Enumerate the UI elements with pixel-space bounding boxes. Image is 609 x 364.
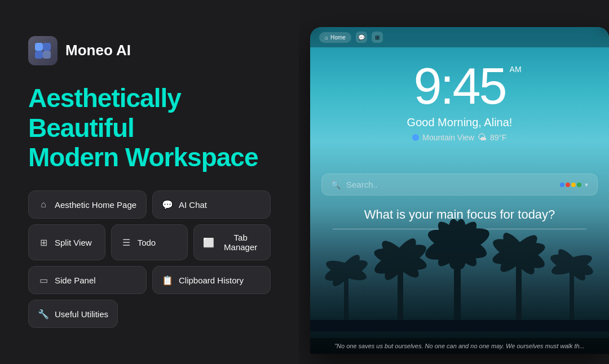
- todo-icon: ☰: [121, 237, 132, 248]
- chat-icon: 💬: [162, 199, 173, 210]
- btn-label: Todo: [138, 238, 156, 247]
- panel-icon: ▭: [38, 274, 49, 286]
- weather-icon: 🌤: [478, 132, 487, 143]
- topbar-grid-icon[interactable]: ⊞: [372, 32, 383, 43]
- btn-label: Clipboard History: [179, 276, 244, 285]
- btn-label: Split View: [55, 238, 92, 247]
- search-placeholder: Search..: [346, 180, 554, 189]
- features-row3: ▭ Side Panel 📋 Clipboard History: [28, 266, 271, 294]
- tabs-icon: ⬜: [203, 237, 214, 248]
- home-mini-icon: ⌂: [325, 34, 328, 41]
- topbar-chat-icon[interactable]: 💬: [356, 32, 367, 43]
- search-container: 🔍 Search.. ▾: [321, 174, 598, 196]
- temperature-text: 89°F: [490, 133, 507, 142]
- split-icon: ⊞: [38, 237, 49, 248]
- greeting-text: Good Morning, Alina!: [407, 116, 513, 129]
- btn-tab-manager[interactable]: ⬜ Tab Manager: [193, 224, 271, 260]
- quote-bar: "No one saves us but ourselves. No one c…: [310, 338, 609, 354]
- btn-label: Aesthetic Home Page: [55, 200, 136, 210]
- device-topbar: ⌂ Home 💬 ⊞: [310, 27, 609, 47]
- btn-clipboard-history[interactable]: 📋 Clipboard History: [152, 266, 271, 294]
- home-icon: ⌂: [38, 199, 49, 210]
- app-name: Moneo AI: [65, 42, 131, 59]
- clock-period: AM: [510, 65, 522, 73]
- google-logo: [560, 183, 581, 187]
- location-icon: [412, 134, 419, 141]
- search-right: ▾: [560, 181, 588, 189]
- btn-aesthetic-home-page[interactable]: ⌂ Aesthetic Home Page: [28, 190, 147, 219]
- features-row4: 🔧 Useful Utilities: [28, 300, 271, 328]
- btn-label: AI Chat: [179, 200, 207, 210]
- palm-trees: [310, 219, 609, 331]
- btn-todo[interactable]: ☰ Todo: [111, 224, 188, 260]
- headline-line1: Aesthetically Beautiful: [28, 83, 271, 143]
- svg-rect-2: [35, 51, 43, 59]
- btn-label: Tab Manager: [220, 233, 261, 252]
- btn-side-panel[interactable]: ▭ Side Panel: [28, 266, 147, 294]
- svg-rect-0: [35, 43, 43, 51]
- device-screen: ⌂ Home 💬 ⊞ 9:45 AM Good Morning, Alina! …: [310, 27, 609, 354]
- app-logo: [28, 36, 58, 65]
- logo-row: Moneo AI: [28, 36, 271, 65]
- headline: Aesthetically Beautiful Modern Workspace: [28, 83, 271, 173]
- svg-rect-3: [43, 51, 51, 59]
- device-mockup: ⌂ Home 💬 ⊞ 9:45 AM Good Morning, Alina! …: [310, 27, 609, 354]
- topbar-home-pill: ⌂ Home: [319, 32, 351, 43]
- location-text: Mountain View: [422, 133, 474, 142]
- location-row: Mountain View 🌤 89°F: [412, 132, 506, 143]
- btn-label: Side Panel: [55, 276, 96, 285]
- btn-split-view[interactable]: ⊞ Split View: [28, 224, 105, 260]
- features-row2: ⊞ Split View ☰ Todo ⬜ Tab Manager: [28, 224, 271, 260]
- svg-rect-1: [43, 43, 51, 51]
- right-panel: ⌂ Home 💬 ⊞ 9:45 AM Good Morning, Alina! …: [299, 0, 609, 364]
- btn-label: Useful Utilities: [55, 309, 108, 319]
- btn-ai-chat[interactable]: 💬 AI Chat: [152, 190, 271, 219]
- wrench-icon: 🔧: [38, 308, 49, 319]
- headline-line2: Modern Workspace: [28, 143, 271, 172]
- clock-time: 9:45 AM: [413, 61, 505, 112]
- features-row1: ⌂ Aesthetic Home Page 💬 AI Chat: [28, 190, 271, 219]
- clock-area: 9:45 AM Good Morning, Alina! Mountain Vi…: [310, 61, 609, 143]
- chevron-down-icon: ▾: [585, 181, 588, 189]
- quote-text: "No one saves us but ourselves. No one c…: [334, 343, 585, 349]
- clipboard-icon: 📋: [162, 274, 173, 286]
- left-panel: Moneo AI Aesthetically Beautiful Modern …: [0, 14, 299, 351]
- search-bar[interactable]: 🔍 Search.. ▾: [321, 174, 598, 196]
- svg-rect-29: [310, 320, 609, 331]
- btn-useful-utilities[interactable]: 🔧 Useful Utilities: [28, 300, 118, 328]
- search-icon: 🔍: [331, 180, 341, 189]
